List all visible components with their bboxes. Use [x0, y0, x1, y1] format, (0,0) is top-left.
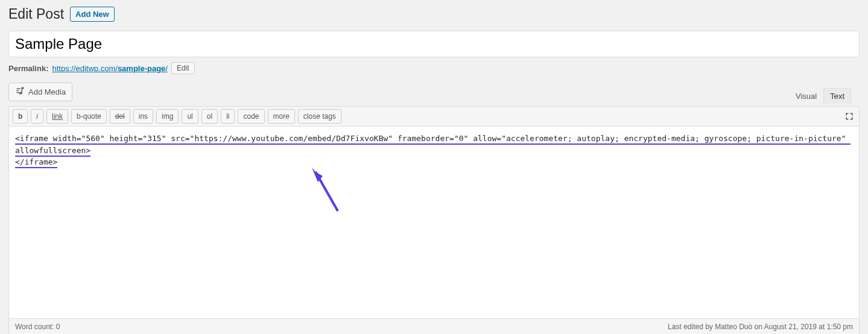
tab-text[interactable]: Text — [823, 88, 851, 104]
bquote-button[interactable]: b-quote — [71, 109, 107, 124]
close-tags-button[interactable]: close tags — [298, 109, 341, 124]
page-title: Edit Post — [8, 6, 64, 22]
add-media-label: Add Media — [28, 87, 66, 96]
permalink-row: Permalink: https://editwp.com/sample-pag… — [8, 62, 860, 74]
li-button[interactable]: li — [221, 109, 235, 124]
img-button[interactable]: img — [156, 109, 179, 124]
del-button[interactable]: del — [110, 109, 130, 124]
last-edited: Last edited by Matteo Duò on August 21, … — [668, 323, 853, 331]
word-count: Word count: 0 — [15, 323, 60, 331]
add-new-button[interactable]: Add New — [70, 7, 115, 22]
more-button[interactable]: more — [268, 109, 295, 124]
ins-button[interactable]: ins — [133, 109, 153, 124]
fullscreen-icon[interactable] — [843, 110, 855, 122]
permalink-label: Permalink: — [8, 64, 48, 73]
editor-line-1: <iframe width="560" height="315" src="ht… — [15, 134, 851, 157]
permalink-url[interactable]: https://editwp.com/sample-page/ — [52, 64, 168, 73]
code-button[interactable]: code — [238, 109, 264, 124]
music-note-icon — [15, 86, 25, 98]
ol-button[interactable]: ol — [201, 109, 218, 124]
post-title-input[interactable] — [8, 31, 860, 57]
text-editor-area[interactable]: <iframe width="560" height="315" src="ht… — [8, 126, 860, 319]
italic-button[interactable]: i — [31, 109, 43, 124]
ul-button[interactable]: ul — [182, 109, 198, 124]
add-media-button[interactable]: Add Media — [8, 83, 72, 101]
tab-visual[interactable]: Visual — [789, 88, 823, 104]
svg-line-0 — [315, 172, 338, 211]
edit-permalink-button[interactable]: Edit — [171, 62, 195, 74]
text-editor-toolbar: b i link b-quote del ins img ul ol li co… — [8, 106, 860, 126]
status-bar: Word count: 0 Last edited by Matteo Duò … — [8, 319, 860, 334]
link-button[interactable]: link — [46, 109, 68, 124]
editor-line-2: </iframe> — [15, 157, 57, 168]
bold-button[interactable]: b — [13, 109, 28, 124]
